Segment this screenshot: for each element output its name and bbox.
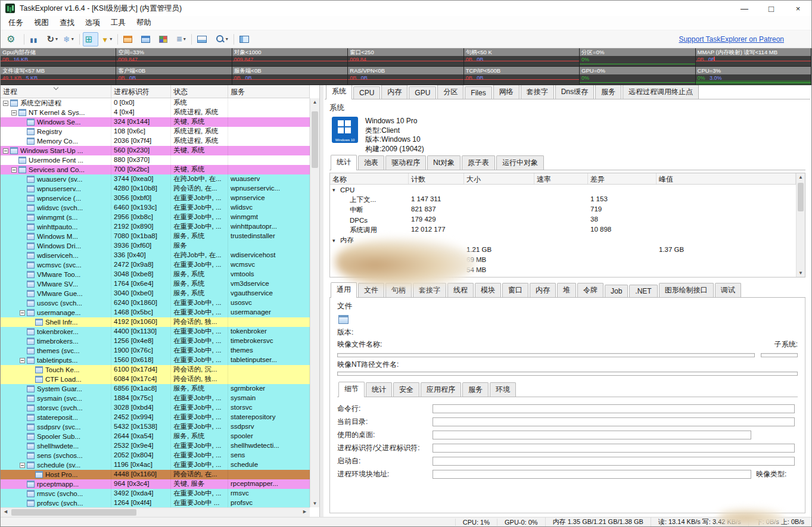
process-row[interactable]: Memory Co... 2036 [0x7f4] 系统进程, 系统 <box>1 136 310 146</box>
process-row[interactable]: storsvc (svch... 3028 [0xbd4] 在重要Job中, .… <box>1 403 310 413</box>
tab[interactable]: 调试 <box>715 283 741 297</box>
tab[interactable]: 统计 <box>366 382 392 397</box>
stats-row[interactable]: ▾ 内存 <box>330 235 796 245</box>
scrollbar-thumb[interactable] <box>798 183 804 211</box>
menu-item[interactable]: 任务 <box>3 16 29 30</box>
scrollbar-thumb[interactable] <box>312 111 318 168</box>
process-row[interactable]: wdiserviceh... 336 [0x40] 在跨Job中, 在... w… <box>1 251 310 260</box>
tab[interactable]: 通用 <box>331 282 357 298</box>
settings-button[interactable]: ▾ <box>4 32 21 46</box>
tab[interactable]: Dns缓存 <box>555 85 594 99</box>
process-row[interactable]: rpceptmapp... 964 [0x3c4] 关键, 服务 rpceptm… <box>1 479 310 489</box>
expander-icon[interactable] <box>11 167 17 173</box>
menu-item[interactable]: 查找 <box>54 16 80 30</box>
stats-row[interactable]: 1.21 GB 1.37 GB <box>330 245 796 255</box>
graph-panel[interactable]: 文件读写<57 MB 49.1 KB 5 KB <box>1 67 116 85</box>
process-row[interactable]: statereposit... 2452 [0x994] 在重要Job中, ..… <box>1 413 310 422</box>
process-row[interactable]: Windows Dri... 3936 [0xf60] 服务 <box>1 241 310 251</box>
graph-panel[interactable]: Gpu内部存储 0B 16 KB <box>1 48 116 67</box>
process-row[interactable]: winmgmt (s... 2956 [0xb8c] 在重要Job中, ... … <box>1 213 310 222</box>
graphs-button[interactable]: ▾ <box>195 32 213 46</box>
stats-row[interactable]: 中断 821 837 719 <box>330 205 796 215</box>
stats-row[interactable]: 系统调用 12 012 177 10 898 <box>330 225 796 235</box>
graph-panel[interactable]: 分区=0% 0% <box>580 48 695 67</box>
menu-item[interactable]: 选项 <box>80 16 105 30</box>
image-name-field[interactable] <box>337 353 755 357</box>
graph-panel[interactable]: TCP/IP<500B 0B 0B <box>464 67 580 85</box>
tab[interactable]: 句柄 <box>385 283 412 297</box>
tab[interactable]: 远程过程调用终止点 <box>623 85 699 99</box>
graph-panel[interactable]: 句柄<50 K 0B 0B <box>464 48 580 67</box>
expander-icon[interactable] <box>11 110 17 116</box>
menu-item[interactable]: 工具 <box>105 16 131 30</box>
separator[interactable]: ▾ <box>117 34 118 45</box>
system-window-button[interactable]: ▾ <box>139 32 156 46</box>
graph-panel[interactable]: GPU=0% 0% <box>580 67 695 85</box>
graph-panel[interactable]: 空间=33% 009 847 <box>116 48 232 67</box>
tab[interactable]: 应用程序 <box>421 382 461 397</box>
panels-button[interactable]: ▾ <box>237 32 255 46</box>
stats-row[interactable]: 69 MB <box>330 255 796 266</box>
expander-icon[interactable] <box>3 148 8 154</box>
process-row[interactable]: Windows M... 7080 [0x1ba8] 服务, 系统 truste… <box>1 232 310 241</box>
close-button[interactable]: × <box>785 1 811 16</box>
maximize-button[interactable]: □ <box>758 1 785 16</box>
process-row[interactable]: usermanage... 1468 [0x5bc] 在重要Job中, ... … <box>1 308 310 317</box>
process-row[interactable]: wuauserv (sv... 3744 [0xea0] 在跨Job中, 在..… <box>1 174 310 184</box>
expander-icon[interactable] <box>20 310 25 316</box>
process-row[interactable]: themes (svc... 1900 [0x76c] 在重要Job中, ...… <box>1 346 310 356</box>
stats-row[interactable]: DPCs 179 429 38 <box>330 215 796 225</box>
graph-panel[interactable]: 对象<1000 009 847 <box>232 48 348 67</box>
tab[interactable]: 窗口 <box>502 283 528 297</box>
columns-button[interactable]: ▾ <box>174 32 188 46</box>
process-row[interactable]: rmsvc (svcho... 3492 [0xda4] 在重要Job中, ..… <box>1 489 310 498</box>
column-header-name[interactable]: 名称 <box>330 173 409 184</box>
scroll-down-icon[interactable]: ▼ <box>797 270 805 276</box>
scroll-left-icon[interactable]: ◄ <box>3 509 8 514</box>
process-row[interactable]: tokenbroker... 4400 [0x1130] 在重要Job中, ..… <box>1 327 310 336</box>
scroll-right-icon[interactable]: ► <box>302 509 307 514</box>
column-header-service[interactable]: 服务 <box>228 85 310 98</box>
process-row[interactable]: CTF Load... 6084 [0x17c4] 跨会话的, 独... <box>1 375 310 384</box>
column-header-process[interactable]: 进程 <box>1 85 111 98</box>
process-row[interactable]: Shell Infr... 4192 [0x1060] 跨会话的, 独... <box>1 317 310 327</box>
filter-button[interactable]: ▾ <box>99 32 114 46</box>
horizontal-scrollbar[interactable]: ◄ ► <box>1 507 310 517</box>
user-window-button[interactable]: ▾ <box>121 32 138 46</box>
process-row[interactable]: tabletinputs... 1560 [0x618] 在重要Job中, ..… <box>1 356 310 365</box>
graph-panel[interactable]: 客户端<0B 0B 0B <box>116 67 232 85</box>
patreon-link[interactable]: Support TaskExplorer on Patreon <box>679 35 784 43</box>
freeze-button[interactable]: ▾ <box>61 32 76 46</box>
tab[interactable]: 统计 <box>331 155 357 170</box>
tab[interactable]: GPU <box>409 86 436 99</box>
tab[interactable]: 套接字 <box>413 283 446 297</box>
field-input[interactable] <box>433 431 751 439</box>
graph-panel[interactable]: CPU=3% 0% 3.0% <box>696 67 811 85</box>
tab[interactable]: Job <box>605 285 628 297</box>
field-input[interactable] <box>433 444 795 453</box>
tab[interactable]: 图形绘制接口 <box>659 283 714 297</box>
tab[interactable]: 堆 <box>557 283 576 297</box>
process-row[interactable]: Host Pro... 4448 [0x1160] 跨会话的, 在... <box>1 470 310 479</box>
process-row[interactable]: Services and Co... 700 [0x2bc] 关键, 系统 <box>1 165 310 174</box>
field-input[interactable] <box>433 470 751 479</box>
tab[interactable]: 模块 <box>475 283 501 297</box>
field-input[interactable] <box>433 457 795 466</box>
process-row[interactable]: Windows Start-Up ... 560 [0x230] 关键, 系统 <box>1 146 310 155</box>
stats-vertical-scrollbar[interactable]: ▲ ▼ <box>796 173 805 277</box>
scrollbar-thumb[interactable] <box>11 509 136 516</box>
tab[interactable]: 分区 <box>437 85 463 99</box>
stats-row[interactable]: 54 MB <box>330 266 796 276</box>
tab[interactable]: 令牌 <box>577 283 603 297</box>
tab[interactable]: CPU <box>353 86 380 99</box>
process-row[interactable]: schedule (sv... 1196 [0x4ac] 在重要Job中, ..… <box>1 460 310 470</box>
tab[interactable]: 内存 <box>530 283 556 297</box>
tab[interactable]: 驱动程序 <box>385 155 426 170</box>
stats-row[interactable]: 1 725 <box>330 276 796 277</box>
modules-button[interactable]: ▾ <box>157 32 173 46</box>
stats-row[interactable]: 上下文... 1 147 311 1 153 <box>330 195 796 205</box>
expander-icon[interactable] <box>3 101 8 106</box>
process-row[interactable]: wlidsvc (svch... 6460 [0x193c] 在重要Job中, … <box>1 203 310 213</box>
tab[interactable]: 服务 <box>462 382 489 397</box>
graph-panel[interactable]: MMAP (内存映射) 读写<114 MB 0B 0B <box>696 48 811 67</box>
